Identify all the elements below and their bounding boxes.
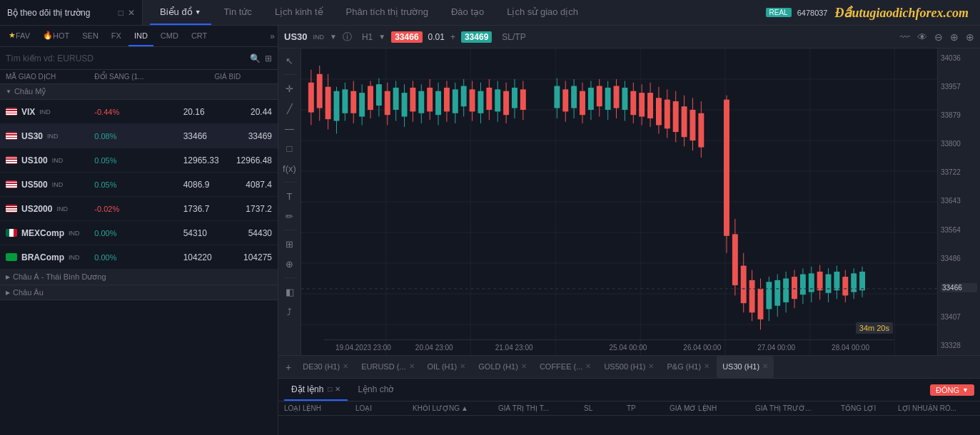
chart-tab-gold-close[interactable]: ✕ — [521, 362, 527, 370]
svg-rect-81 — [605, 88, 611, 110]
ticker-ask-us2000: 1737.2 — [246, 204, 272, 214]
section-chauMy[interactable]: ▼ Châu Mỹ — [0, 84, 278, 100]
measure-tool[interactable]: ⊞ — [282, 236, 298, 252]
crosshair-icon[interactable]: ⊕ — [966, 31, 974, 43]
chart-tab-eurusd[interactable]: EURUSD (... ✕ — [355, 356, 420, 378]
chart-tab-pg-label: P&G (H1) — [667, 362, 701, 371]
chart-tab-eurusd-close[interactable]: ✕ — [409, 362, 415, 370]
ticker-row-bracomp[interactable]: BRAComp IND 0.00% 104220 104275 — [0, 245, 278, 270]
rect-tool[interactable]: □ — [282, 140, 298, 156]
order-panel-tabs: Đặt lệnh □ ✕ Lệnh chờ ĐÓNG ▼ — [278, 379, 980, 401]
cursor-tool[interactable]: ↖ — [282, 53, 298, 68]
zoom-tool[interactable]: ⊕ — [282, 256, 298, 272]
top-right-area: REAL 6478037 — [759, 8, 835, 17]
section-chauA[interactable]: ▶ Châu Á - Thái Bình Dương — [0, 270, 278, 285]
order-tab-datLenh[interactable]: Đặt lệnh □ ✕ — [284, 379, 348, 401]
sidebar-tab-more[interactable]: » — [270, 31, 275, 41]
chart-price-bid-badge: 33466 — [391, 31, 422, 43]
chart-tab-us500-close[interactable]: ✕ — [648, 362, 654, 370]
chart-tab-oil-close[interactable]: ✕ — [460, 362, 465, 370]
chart-info-btn[interactable]: ⓘ — [343, 31, 352, 44]
minimize-icon[interactable]: □ — [118, 8, 123, 18]
col-sl: SL — [584, 404, 627, 412]
chart-left-tools: ↖ ✛ ╱ — □ f(x) T ✏ ⊞ ⊕ ◧ ⤴ — [278, 48, 301, 355]
line-tool[interactable]: ╱ — [282, 101, 298, 116]
order-tab-lenhCho[interactable]: Lệnh chờ — [350, 379, 400, 401]
hline-tool[interactable]: — — [282, 121, 298, 136]
sidebar-tab-ind[interactable]: IND — [128, 26, 153, 46]
sidebar-tab-hot[interactable]: 🔥 HOT — [37, 26, 75, 46]
pencil-icon[interactable]: 〰 — [900, 31, 910, 43]
tab-phanTich[interactable]: Phân tích thị trường — [336, 0, 438, 25]
ticker-ask-us500: 4087.4 — [246, 180, 272, 190]
zoom-in-icon[interactable]: ⊖ — [934, 31, 943, 43]
chart-tab-pg-close[interactable]: ✕ — [704, 362, 709, 370]
chart-tab-us30-close[interactable]: ✕ — [762, 362, 768, 370]
sidebar-tab-fav[interactable]: ★ FAV — [3, 26, 36, 46]
chart-symbol[interactable]: US30 — [284, 31, 308, 42]
svg-rect-127 — [817, 272, 823, 290]
eye-icon[interactable]: 👁 — [917, 31, 927, 43]
chart-sltp-btn[interactable]: SL/TP — [502, 32, 525, 42]
close-icon[interactable]: ✕ — [128, 8, 135, 18]
layers-icon[interactable]: ◧ — [282, 284, 298, 300]
col-bid: GIÁ BID — [183, 73, 272, 81]
minimize-order-icon[interactable]: □ — [328, 385, 332, 393]
time-label-1: 19.04.2023 23:00 — [335, 344, 391, 352]
ticker-bid-vix: 20.16 — [183, 107, 205, 117]
chart-tab-gold[interactable]: GOLD (H1) ✕ — [473, 356, 532, 378]
chart-dropdown-icon[interactable]: ▼ — [330, 33, 337, 41]
ticker-row-vix[interactable]: VIX IND -0.44% 20.16 20.44 — [0, 100, 278, 124]
chart-tab-pg[interactable]: P&G (H1) ✕ — [661, 356, 715, 378]
sidebar-tab-cmd[interactable]: CMD — [155, 26, 184, 46]
svg-rect-101 — [690, 110, 696, 140]
ticker-row-us500[interactable]: US500 IND 0.05% 4086.9 4087.4 — [0, 173, 278, 197]
ticker-row-us2000[interactable]: US2000 IND -0.02% 1736.7 1737.2 — [0, 197, 278, 221]
ticker-name-us500: US500 IND — [6, 180, 94, 190]
tab-tinTuc[interactable]: Tin tức — [214, 0, 262, 25]
order-tab-datLenh-label: Đặt lệnh — [291, 384, 323, 394]
close-all-btn[interactable]: ĐÓNG ▼ — [930, 384, 974, 396]
chart-tab-us30[interactable]: US30 (H1) ✕ — [717, 356, 774, 378]
chart-tab-oil[interactable]: OIL (H1) ✕ — [422, 356, 472, 378]
chart-tab-de30[interactable]: DE30 (H1) ✕ — [297, 356, 354, 378]
close-all-label: ĐÓNG — [936, 386, 959, 394]
sidebar-tab-crt[interactable]: CRT — [186, 26, 213, 46]
table-header: MÃ GIAO DỊCH ĐỔI SANG (1... GIÁ BID — [0, 70, 278, 84]
sidebar-tab-fx[interactable]: FX — [106, 26, 127, 46]
zoom-out-icon[interactable]: ⊕ — [950, 31, 959, 43]
share-icon[interactable]: ⤴ — [282, 304, 298, 319]
crosshair-tool[interactable]: ✛ — [282, 81, 298, 96]
fib-tool[interactable]: f(x) — [282, 160, 298, 176]
tab-bieuDo[interactable]: Biểu đồ ▼ — [150, 0, 211, 25]
tool-sep-3 — [283, 230, 296, 230]
section-chauAu[interactable]: ▶ Châu Âu — [0, 285, 278, 300]
chart-timeframe[interactable]: H1 — [362, 32, 373, 42]
svg-rect-75 — [580, 91, 585, 115]
chart-canvas: 19.04.2023 23:00 20.04 23:00 21.04 23:00… — [301, 48, 937, 355]
tab-lichSu[interactable]: Lịch sử giao dịch — [497, 0, 588, 25]
chart-tab-coffee-close[interactable]: ✕ — [585, 362, 591, 370]
chart-tf-dropdown[interactable]: ▼ — [378, 33, 385, 41]
chart-tab-de30-close[interactable]: ✕ — [343, 362, 348, 370]
brush-tool[interactable]: ✏ — [282, 208, 298, 224]
text-tool[interactable]: T — [282, 188, 298, 204]
tab-lichKinhTe[interactable]: Lịch kinh tế — [265, 0, 333, 25]
ticker-row-us100[interactable]: US100 IND 0.05% 12965.33 12966.48 — [0, 148, 278, 173]
ticker-row-us30[interactable]: US30 IND 0.08% 33466 33469 — [0, 124, 278, 148]
grid-icon[interactable]: ⊞ — [265, 53, 272, 63]
ticker-change-us500: 0.05% — [94, 180, 183, 189]
sidebar-tab-sen[interactable]: SEN — [76, 26, 104, 46]
chart-tab-us500[interactable]: US500 (H1) ✕ — [598, 356, 660, 378]
watchlist-header-icons: □ ✕ — [118, 8, 135, 18]
brand-logo: Đầutugiaodichforex.com — [834, 5, 980, 21]
search-input[interactable] — [6, 53, 246, 63]
ticker-symbol-us100: US100 — [21, 155, 48, 165]
tab-daoTao[interactable]: Đào tạo — [441, 0, 494, 25]
add-chart-tab-btn[interactable]: + — [281, 362, 295, 373]
close-order-icon[interactable]: ✕ — [335, 385, 340, 393]
chart-tab-coffee[interactable]: COFFEE (... ✕ — [534, 356, 597, 378]
col-khoiLuong[interactable]: KHỐI LƯỢNG ▲ — [413, 404, 498, 412]
ticker-row-mexcomp[interactable]: MEXComp IND 0.00% 54310 54430 — [0, 221, 278, 245]
search-icon[interactable]: 🔍 — [250, 53, 261, 63]
